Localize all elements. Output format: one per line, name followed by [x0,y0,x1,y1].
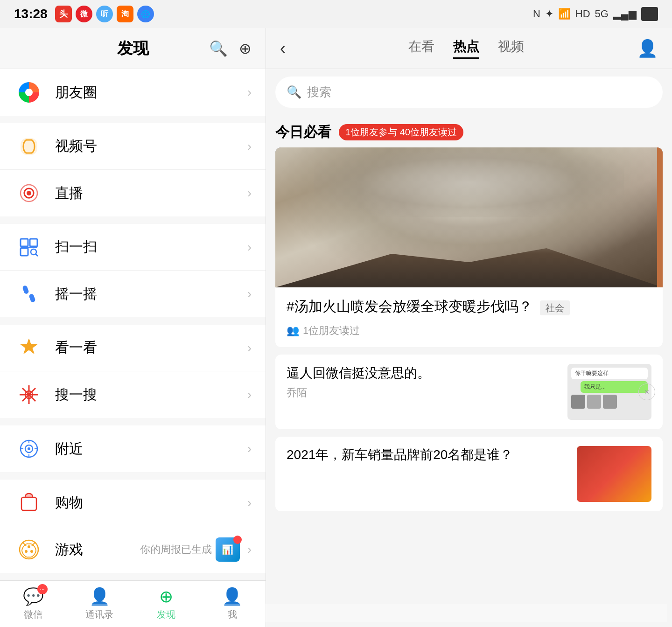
chevron-icon-9: › [247,495,252,510]
menu-section-6: 购物 › 游戏 [0,480,266,573]
car-sales-image [577,446,651,502]
chat-bubble-2: 我只是... [581,381,648,393]
chevron-icon-3: › [247,186,252,201]
weibo-icon: 微 [76,6,92,22]
svg-marker-13 [21,339,37,354]
shopping-label: 购物 [55,493,247,512]
card-edge-indicator [657,147,663,287]
user-profile-button[interactable]: 👤 [637,39,658,58]
svg-point-29 [28,545,30,548]
toutiao-icon: 头 [55,6,72,22]
volcano-news-title: #汤加火山喷发会放缓全球变暖步伐吗？ 社会 [287,297,651,316]
svg-rect-11 [22,285,29,294]
menu-item-shopping[interactable]: 购物 › [0,480,266,526]
menu-item-shake[interactable]: 摇一摇 › [0,271,266,317]
chevron-icon-2: › [247,139,252,154]
menu-section-4: 看一看 › 搜一搜 › [0,325,266,418]
signal-icon: 5G [595,8,609,20]
svg-point-4 [27,191,31,195]
volcano-news-body: #汤加火山喷发会放缓全球变暖步伐吗？ 社会 👥 1位朋友读过 [275,287,663,347]
friends-circle-label: 朋友圈 [55,83,247,102]
game-label: 游戏 [55,540,140,559]
search-feature-label: 搜一搜 [55,385,247,404]
menu-item-friends-circle[interactable]: 朋友圈 › [0,69,266,116]
hd-icon: HD [575,8,590,20]
status-bar: 13:28 头 微 听 淘 🌐 N ✦ 📶 HD 5G ▂▄▆ 55 [0,0,672,28]
menu-section-5: 附近 › [0,425,266,472]
wechat-badge: ··· [37,584,48,594]
svg-point-21 [28,447,30,450]
menu-item-look[interactable]: 看一看 › [0,325,266,371]
right-panel: ‹ 在看 热点 视频 👤 🔍 搜索 今日必看 1位朋友参与 40位朋友读过 [266,28,672,627]
video-channel-icon [14,132,44,161]
search-bar-placeholder: 搜索 [307,84,331,100]
live-icon [14,178,44,208]
menu-item-search-feature[interactable]: 搜一搜 › [0,371,266,418]
back-button[interactable]: ‹ [280,39,286,58]
close-button[interactable]: × [638,383,655,400]
weekly-report-text: 你的周报已生成 [140,543,212,557]
chevron-icon-4: › [247,240,252,255]
status-time: 13:28 [14,7,48,21]
menu-item-live[interactable]: 直播 › [0,170,266,216]
circle-icon: 🌐 [137,6,154,22]
chevron-icon-8: › [247,441,252,456]
wechat-reply-title: 逼人回微信挺没意思的。 [287,364,560,382]
status-right: N ✦ 📶 HD 5G ▂▄▆ 55 [533,7,658,21]
search-header-button[interactable]: 🔍 [209,40,228,57]
game-icon [14,535,44,564]
car-sales-card[interactable]: 2021年，新车销量品牌前20名都是谁？ [275,437,663,511]
scan-label: 扫一扫 [55,237,247,257]
nearby-icon [14,434,44,464]
volcano-news-tag: 社会 [540,300,570,315]
menu-item-game[interactable]: 游戏 你的周报已生成 📊 › [0,526,266,573]
live-label: 直播 [55,184,247,203]
weekly-report: 你的周报已生成 📊 [140,537,240,562]
svg-line-10 [35,254,38,256]
svg-point-1 [25,89,33,96]
menu-section-3: 扫一扫 › 摇一摇 › [0,224,266,317]
menu-section-1: 朋友圈 › [0,69,266,116]
add-header-button[interactable]: ⊕ [239,40,252,57]
menu-list: 朋友圈 › [0,69,266,580]
svg-rect-5 [21,239,28,246]
chevron-icon-10: › [247,542,252,557]
svg-rect-27 [26,495,32,498]
right-header-tabs: 在看 热点 视频 [295,38,637,59]
ting-icon: 听 [96,6,113,22]
tab-watching[interactable]: 在看 [408,38,434,59]
tab-video[interactable]: 视频 [498,38,524,59]
main-content: 发现 🔍 ⊕ [0,28,672,627]
bluetooth-icon: ✦ [545,8,553,20]
svg-point-30 [25,550,28,553]
look-label: 看一看 [55,338,247,357]
menu-item-video-channel[interactable]: 视频号 › [0,123,266,170]
taobao-icon: 淘 [117,6,133,22]
chevron-icon-7: › [247,387,252,402]
today-must-read-title: 今日必看 [275,123,331,142]
search-bar-icon: 🔍 [287,85,301,99]
car-sales-title: 2021年，新车销量品牌前20名都是谁？ [287,446,569,464]
menu-item-scan[interactable]: 扫一扫 › [0,224,266,271]
left-header: 发现 🔍 ⊕ [0,28,266,69]
wifi-icon: 📶 [558,8,571,20]
wechat-reply-content: 逼人回微信挺没意思的。 乔陌 [287,364,560,400]
search-feature-icon [14,380,44,410]
nearby-label: 附近 [55,439,247,459]
wechat-reply-card[interactable]: 逼人回微信挺没意思的。 乔陌 你干嘛要这样 我只是... × [275,355,663,429]
menu-item-nearby[interactable]: 附近 › [0,425,266,472]
chevron-icon: › [247,85,252,100]
search-bar[interactable]: 🔍 搜索 [275,77,663,108]
tab-hotspot[interactable]: 热点 [453,38,479,59]
chevron-icon-5: › [247,286,252,301]
battery-indicator: 55 [641,7,658,21]
friends-circle-icon [14,77,44,107]
chevron-icon-6: › [247,341,252,355]
scan-icon [14,232,44,262]
wechat-reply-author: 乔陌 [287,386,560,400]
volcano-news-card[interactable]: #汤加火山喷发会放缓全球变暖步伐吗？ 社会 👥 1位朋友读过 [275,147,663,347]
look-icon [14,333,44,363]
svg-point-31 [30,550,33,553]
volcano-news-image [275,147,663,287]
svg-rect-6 [30,239,37,246]
